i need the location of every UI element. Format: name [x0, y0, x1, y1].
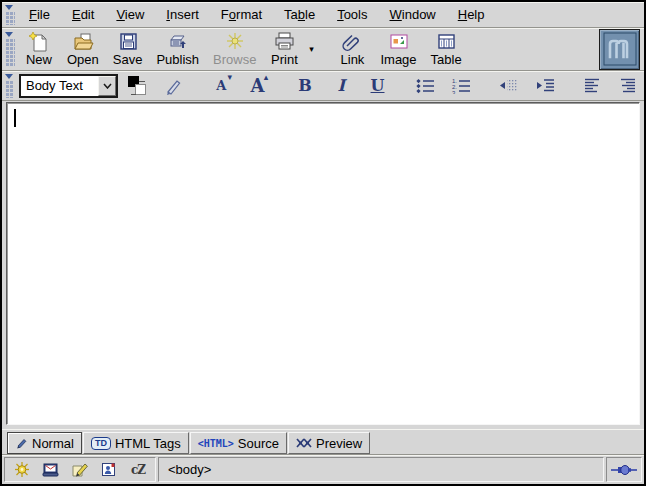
print-dropdown-arrow[interactable]: ▾ [305, 29, 317, 69]
new-button-label: New [26, 53, 52, 67]
text-color-picker[interactable] [126, 74, 149, 98]
link-icon [341, 31, 363, 52]
label-fragment: ools [344, 7, 368, 22]
browse-button: Browse [206, 29, 263, 69]
print-button-label: Print [271, 53, 298, 67]
italic-label: I [337, 78, 344, 94]
menu-insert[interactable]: Insert [155, 3, 210, 26]
preview-sparkle-icon [296, 437, 312, 449]
indent-icon [534, 77, 556, 94]
highlight-color-button[interactable] [162, 74, 185, 98]
mail-icon[interactable] [41, 461, 61, 478]
table-button-label: Table [431, 53, 462, 67]
pen-icon [15, 437, 28, 450]
label-fragment: Ta [284, 7, 298, 22]
save-button[interactable]: Save [106, 29, 150, 69]
chatzilla-label: cZ [131, 463, 145, 477]
menu-window[interactable]: Window [379, 3, 447, 26]
edit-mode-tabbar: Normal TD HTML Tags <HTML> Source Previe… [2, 429, 644, 455]
link-button-label: Link [341, 53, 365, 67]
align-left-button[interactable] [580, 74, 603, 98]
publish-button[interactable]: Publish [149, 29, 206, 69]
browse-button-label: Browse [213, 53, 256, 67]
menu-edit[interactable]: Edit [61, 3, 105, 26]
italic-button[interactable]: I [330, 74, 353, 98]
outdent-button[interactable] [497, 74, 520, 98]
mozilla-m-icon [603, 32, 637, 66]
edit-area-margin [2, 101, 644, 429]
background-color-swatch[interactable] [135, 84, 146, 95]
menu-format[interactable]: Format [210, 3, 273, 26]
save-floppy-icon [117, 31, 139, 52]
html-source-icon: <HTML> [198, 438, 234, 449]
table-icon [435, 31, 457, 52]
label-fragment: elp [467, 7, 484, 22]
label-fragment: o [229, 7, 236, 22]
numbered-list-button[interactable]: 1.2.3. [450, 74, 473, 98]
format-toolbar-grabber[interactable] [5, 73, 14, 98]
text-caret [14, 109, 16, 127]
online-plug-icon[interactable] [611, 464, 637, 476]
label-fragment: F [29, 7, 37, 22]
format-toolbar: Body Text A A B I U [2, 71, 644, 101]
align-right-button[interactable] [617, 74, 640, 98]
table-button[interactable]: Table [424, 29, 469, 69]
outdent-icon [497, 77, 519, 94]
decrease-font-letter: A [216, 79, 226, 92]
mozilla-logo-button[interactable] [599, 29, 640, 70]
main-toolbar: New Open Save Publish Browse [2, 28, 644, 71]
tab-preview-label: Preview [316, 436, 362, 451]
tab-source[interactable]: <HTML> Source [190, 432, 287, 454]
tab-html-tags[interactable]: TD HTML Tags [83, 432, 189, 454]
new-page-icon [28, 31, 50, 52]
label-fragment: indow [402, 7, 436, 22]
label-fragment: H [458, 7, 467, 22]
paragraph-style-dropdown-button[interactable] [98, 76, 116, 96]
label-fragment: dit [81, 7, 95, 22]
label-fragment: V [116, 7, 124, 22]
menu-file[interactable]: File [18, 3, 61, 26]
document-edit-area[interactable] [6, 102, 640, 425]
decrease-font-size-button[interactable]: A [210, 74, 233, 98]
align-left-icon [581, 77, 603, 94]
bullet-list-button[interactable] [413, 74, 436, 98]
body-tag-breadcrumb[interactable]: <body> [168, 462, 211, 477]
link-button[interactable]: Link [331, 29, 373, 69]
label-fragment: ile [37, 7, 50, 22]
numbered-list-icon: 1.2.3. [450, 77, 472, 94]
paragraph-style-select[interactable]: Body Text [19, 74, 118, 98]
address-book-icon[interactable] [99, 461, 119, 478]
open-button[interactable]: Open [60, 29, 106, 69]
tab-source-label: Source [238, 436, 279, 451]
label-fragment: nsert [170, 7, 199, 22]
label-fragment: E [72, 7, 81, 22]
image-button[interactable]: Image [373, 29, 423, 69]
increase-font-size-button[interactable]: A [246, 74, 269, 98]
menu-table[interactable]: Table [273, 3, 326, 26]
label-fragment: rmat [236, 7, 262, 22]
td-tag-icon: TD [91, 437, 111, 450]
bold-button[interactable]: B [293, 74, 316, 98]
tab-preview[interactable]: Preview [288, 432, 370, 454]
open-button-label: Open [67, 53, 99, 67]
chevron-down-icon [103, 83, 112, 89]
tab-normal-label: Normal [32, 436, 74, 451]
menubar-grabber[interactable] [5, 4, 15, 25]
navigator-icon[interactable] [12, 461, 32, 478]
online-status-cell [606, 457, 642, 482]
chatzilla-icon[interactable]: cZ [128, 461, 148, 478]
indent-button[interactable] [533, 74, 556, 98]
print-button[interactable]: Print [263, 29, 305, 69]
menu-tools[interactable]: Tools [326, 3, 378, 26]
menu-help[interactable]: Help [447, 3, 496, 26]
browse-icon [224, 31, 246, 52]
svg-text:3.: 3. [452, 90, 457, 95]
underline-button[interactable]: U [366, 74, 389, 98]
tab-normal[interactable]: Normal [7, 432, 82, 454]
composer-window: File Edit View Insert Format Table Tools… [0, 0, 646, 486]
print-icon [273, 31, 295, 52]
main-toolbar-grabber[interactable] [5, 31, 15, 67]
menu-view[interactable]: View [105, 3, 155, 26]
composer-icon[interactable] [70, 461, 90, 478]
new-button[interactable]: New [18, 29, 60, 69]
